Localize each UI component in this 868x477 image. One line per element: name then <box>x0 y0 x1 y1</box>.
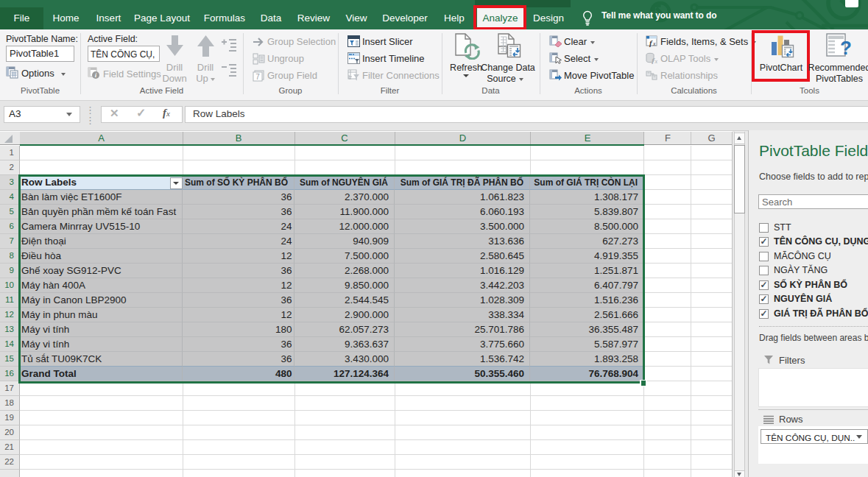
svg-text:?: ? <box>840 37 852 58</box>
svg-text:7: 7 <box>255 73 260 81</box>
svg-text:x: x <box>652 40 656 47</box>
svg-text:x: x <box>654 58 658 64</box>
